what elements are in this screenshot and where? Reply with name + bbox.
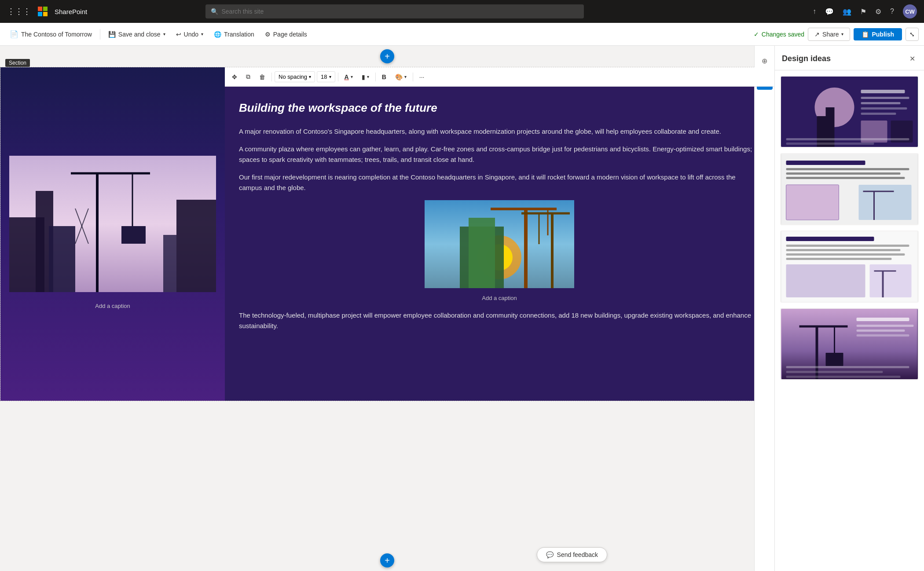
formatting-toolbar: ✥ ⧉ 🗑 No spacing ▾ 18 ▾ A ▾ [225, 67, 774, 87]
crane-construction-svg [425, 200, 574, 288]
palette-dropdown-icon[interactable]: ▾ [404, 74, 407, 79]
move-button[interactable]: ✥ [228, 72, 241, 82]
font-color-dropdown-icon[interactable]: ▾ [351, 74, 353, 79]
details-icon: ⚙ [265, 31, 271, 38]
article-para-3[interactable]: Our first major redevelopment is nearing… [239, 172, 760, 193]
flag-icon[interactable]: ⚑ [860, 7, 866, 16]
bold-button[interactable]: B [378, 72, 390, 82]
design-card-4-image [781, 309, 918, 379]
avatar[interactable]: CW [903, 4, 917, 18]
svg-rect-32 [861, 90, 905, 93]
spacing-select[interactable]: No spacing ▾ [275, 71, 315, 82]
undo-dropdown-icon[interactable]: ▾ [201, 32, 203, 37]
publish-icon: 📋 [862, 31, 869, 38]
page-toolbar: 📄 The Contoso of Tomorrow 💾 Save and clo… [0, 23, 924, 46]
page-title-item[interactable]: 📄 The Contoso of Tomorrow [5, 27, 96, 41]
side-panel-icons: ⊕ ✦ [754, 46, 774, 571]
delete-button[interactable]: 🗑 [256, 72, 269, 82]
feedback-icon: 💬 [546, 551, 554, 558]
svg-rect-53 [786, 245, 909, 247]
left-image-caption[interactable]: Add a caption [92, 299, 134, 313]
highlight-button[interactable]: ▮ ▾ [358, 72, 373, 82]
save-dropdown-icon[interactable]: ▾ [163, 32, 165, 37]
svg-rect-36 [861, 113, 896, 115]
fontsize-dropdown-icon: ▾ [329, 74, 331, 79]
undo-button[interactable]: ↩ Undo ▾ [172, 28, 208, 40]
publish-button[interactable]: 📋 Publish [854, 28, 902, 40]
fmt-separator-2 [338, 73, 338, 81]
microsoft-logo[interactable] [38, 7, 48, 16]
grid-icon[interactable]: ⋮⋮⋮ [7, 7, 31, 16]
design-panel-close-button[interactable]: ✕ [908, 53, 917, 65]
article-title[interactable]: Building the workspace of the future [239, 99, 760, 117]
share-button[interactable]: ↗ Share ▾ [808, 28, 850, 41]
collapse-button[interactable]: ⤡ [906, 28, 919, 41]
send-feedback-button[interactable]: 💬 Send feedback [537, 547, 607, 562]
search-input[interactable] [222, 8, 579, 15]
design-card-1-image [781, 77, 918, 147]
design-card-3[interactable] [780, 231, 919, 303]
main-area: Section + [0, 46, 924, 571]
svg-rect-39 [786, 138, 909, 140]
svg-rect-66 [857, 318, 909, 321]
add-section-top-button[interactable]: + [380, 49, 394, 63]
page-icon: 📄 [10, 30, 18, 38]
nav-icons-group: ↑ 💬 👥 ⚑ ⚙ ? CW [813, 4, 917, 18]
toolbar-right-group: ✓ Changes saved ↗ Share ▾ 📋 Publish ⤡ [754, 28, 919, 41]
page-details-button[interactable]: ⚙ Page details [260, 28, 312, 40]
article-para-2[interactable]: A community plaza where employees can ga… [239, 144, 760, 165]
design-card-2[interactable] [780, 153, 919, 225]
article-inline-image[interactable] [425, 200, 574, 288]
svg-rect-55 [786, 253, 905, 256]
font-color-button[interactable]: A ▾ [341, 72, 356, 82]
svg-rect-40 [786, 143, 874, 145]
section-label: Section [5, 59, 30, 67]
color-palette-button[interactable]: 🎨 ▾ [392, 72, 410, 82]
svg-rect-34 [861, 102, 901, 104]
svg-rect-31 [826, 107, 835, 147]
page-canvas: Section + [0, 46, 774, 571]
design-card-1[interactable] [780, 76, 919, 148]
search-bar[interactable]: 🔍 [205, 4, 584, 18]
fmt-separator-3 [375, 73, 376, 81]
settings-icon[interactable]: ⚙ [875, 7, 881, 16]
top-nav-bar: ⋮⋮⋮ SharePoint 🔍 ↑ 💬 👥 ⚑ ⚙ ? CW [0, 0, 924, 23]
svg-rect-67 [857, 325, 914, 327]
save-icon: 💾 [108, 31, 116, 38]
share-icon[interactable]: ↑ [813, 7, 816, 15]
svg-rect-48 [859, 185, 912, 220]
svg-rect-35 [861, 107, 907, 110]
svg-rect-70 [786, 366, 909, 368]
translation-icon: 🌐 [214, 31, 221, 38]
chat-icon[interactable]: 💬 [825, 7, 834, 16]
add-section-bottom-button[interactable]: + [380, 553, 394, 567]
side-add-icon[interactable]: ⊕ [757, 53, 773, 69]
highlight-dropdown-icon[interactable]: ▾ [367, 74, 369, 79]
right-image-caption[interactable]: Add a caption [239, 294, 760, 303]
svg-rect-20 [469, 218, 495, 288]
search-icon: 🔍 [211, 8, 218, 15]
fontsize-select[interactable]: 18 ▾ [317, 71, 335, 82]
design-panel-title: Design ideas [782, 54, 831, 63]
design-card-4[interactable] [780, 308, 919, 380]
design-panel-body [775, 70, 924, 571]
more-options-button[interactable]: ··· [416, 72, 428, 82]
svg-rect-42 [786, 161, 865, 165]
save-close-button[interactable]: 💾 Save and close ▾ [104, 28, 170, 40]
help-icon[interactable]: ? [890, 7, 894, 15]
design-panel-header: Design ideas ✕ [775, 46, 924, 70]
translation-button[interactable]: 🌐 Translation [209, 28, 259, 40]
changes-saved-status: ✓ Changes saved [754, 31, 804, 38]
svg-rect-56 [786, 258, 892, 260]
font-color-icon: A [345, 73, 349, 81]
fmt-separator-4 [413, 73, 413, 81]
copy-button[interactable]: ⧉ [242, 71, 254, 82]
design-card-2-image [781, 154, 918, 224]
svg-rect-71 [786, 371, 883, 373]
svg-rect-46 [786, 185, 839, 220]
people-icon[interactable]: 👥 [843, 7, 851, 16]
article-para-4[interactable]: The technology-fueled, multiphase projec… [239, 310, 760, 331]
left-column: Add a caption [0, 67, 225, 401]
left-construction-image[interactable] [9, 156, 216, 292]
article-para-1[interactable]: A major renovation of Contoso's Singapor… [239, 126, 760, 137]
